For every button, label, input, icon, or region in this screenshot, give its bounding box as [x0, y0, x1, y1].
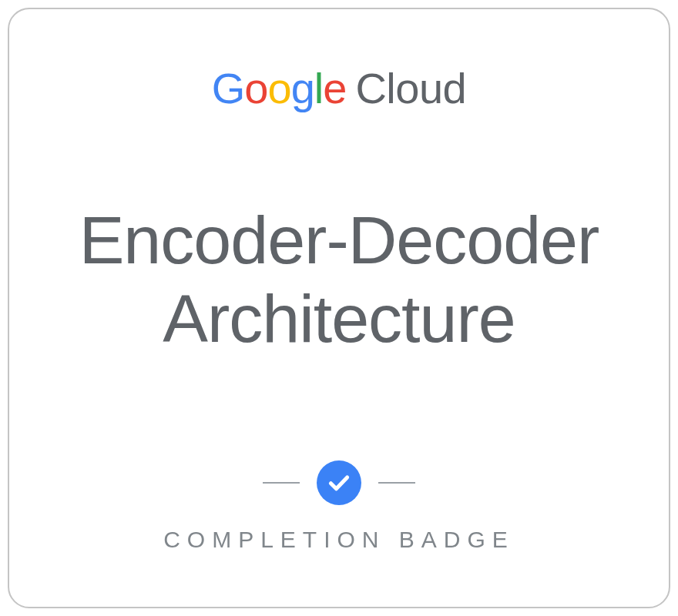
checkmark-icon	[317, 460, 361, 505]
course-title-line-2: Architecture	[163, 280, 515, 357]
course-title: Encoder-Decoder Architecture	[79, 98, 599, 460]
divider-left	[263, 482, 300, 484]
course-title-line-1: Encoder-Decoder	[79, 201, 599, 279]
check-row	[263, 460, 415, 505]
badge-footer: COMPLETION BADGE	[163, 460, 515, 553]
completion-label: COMPLETION BADGE	[163, 527, 515, 553]
divider-right	[378, 482, 415, 484]
badge-card: Google Cloud Encoder-Decoder Architectur…	[8, 8, 670, 608]
